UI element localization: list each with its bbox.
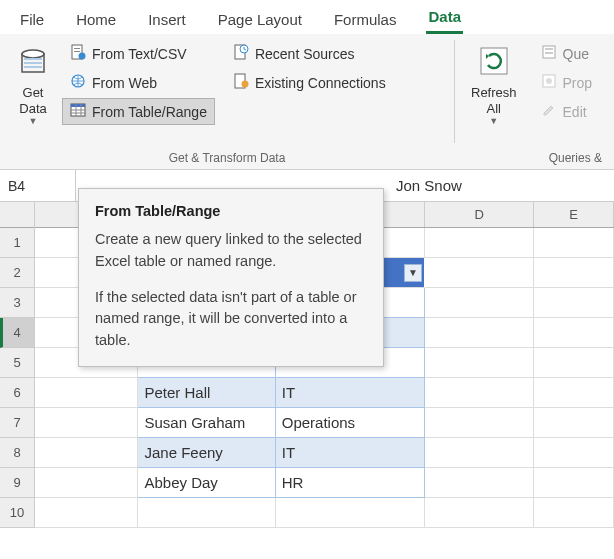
- tab-insert[interactable]: Insert: [146, 7, 188, 34]
- from-text-label: From Text/CSV: [92, 46, 187, 62]
- cell[interactable]: [534, 318, 614, 348]
- tooltip-title: From Table/Range: [95, 203, 367, 219]
- refresh-label: Refresh All: [471, 85, 517, 116]
- col-header[interactable]: D: [425, 202, 534, 227]
- cell[interactable]: [425, 438, 534, 468]
- row-header[interactable]: 4: [0, 318, 34, 348]
- cell[interactable]: [425, 408, 534, 438]
- select-all-corner[interactable]: [0, 202, 34, 228]
- cell[interactable]: [534, 408, 614, 438]
- table-cell[interactable]: Abbey Day: [138, 468, 275, 498]
- tab-data[interactable]: Data: [426, 4, 463, 34]
- cell[interactable]: [534, 228, 614, 258]
- cell[interactable]: [425, 468, 534, 498]
- database-icon: [16, 44, 50, 81]
- row-header[interactable]: 7: [0, 408, 34, 438]
- svg-rect-3: [24, 62, 42, 64]
- tooltip-text: If the selected data isn't part of a tab…: [95, 287, 367, 352]
- from-web-button[interactable]: From Web: [62, 69, 215, 96]
- refresh-icon: [477, 44, 511, 81]
- tooltip-text: Create a new query linked to the selecte…: [95, 229, 367, 273]
- refresh-all-button[interactable]: Refresh All ▼: [463, 40, 525, 149]
- cell[interactable]: [425, 288, 534, 318]
- chevron-down-icon: ▼: [29, 116, 38, 126]
- from-table-range-button[interactable]: From Table/Range: [62, 98, 215, 125]
- get-data-button[interactable]: Get Data ▼: [8, 40, 58, 149]
- col-header[interactable]: E: [534, 202, 614, 227]
- row-header[interactable]: 2: [0, 258, 34, 288]
- cell[interactable]: [425, 318, 534, 348]
- row-header[interactable]: 10: [0, 498, 34, 528]
- cell[interactable]: [534, 468, 614, 498]
- cell[interactable]: [425, 228, 534, 258]
- table-cell[interactable]: Jane Feeny: [138, 438, 275, 468]
- svg-rect-20: [481, 48, 507, 74]
- table-cell[interactable]: IT: [276, 438, 425, 468]
- existing-label: Existing Connections: [255, 75, 386, 91]
- properties-button[interactable]: Prop: [533, 69, 601, 96]
- table-cell[interactable]: Susan Graham: [138, 408, 275, 438]
- queries-label: Que: [563, 46, 589, 62]
- cell[interactable]: [425, 258, 534, 288]
- tooltip: From Table/Range Create a new query link…: [78, 188, 384, 367]
- svg-rect-7: [74, 51, 80, 52]
- existing-connections-button[interactable]: Existing Connections: [225, 69, 394, 96]
- globe-icon: [70, 73, 86, 92]
- queries-icon: [541, 44, 557, 63]
- row-header[interactable]: 1: [0, 228, 34, 258]
- cell[interactable]: [35, 498, 138, 528]
- tab-file[interactable]: File: [18, 7, 46, 34]
- table-cell[interactable]: Operations: [276, 408, 425, 438]
- svg-rect-2: [24, 58, 42, 60]
- row-header[interactable]: 6: [0, 378, 34, 408]
- ribbon: Get Data ▼ From Text/CSV From Web From T…: [0, 34, 614, 170]
- table-cell[interactable]: IT: [276, 378, 425, 408]
- recent-sources-button[interactable]: Recent Sources: [225, 40, 394, 67]
- from-text-csv-button[interactable]: From Text/CSV: [62, 40, 215, 67]
- tab-page-layout[interactable]: Page Layout: [216, 7, 304, 34]
- row-header[interactable]: 5: [0, 348, 34, 378]
- cell[interactable]: [534, 258, 614, 288]
- name-box[interactable]: B4: [0, 170, 76, 201]
- chevron-down-icon: ▼: [489, 116, 498, 126]
- cell[interactable]: [534, 288, 614, 318]
- cell[interactable]: [276, 498, 425, 528]
- cell[interactable]: [534, 348, 614, 378]
- cell[interactable]: [425, 498, 534, 528]
- tab-formulas[interactable]: Formulas: [332, 7, 399, 34]
- recent-icon: [233, 44, 249, 63]
- svg-point-19: [241, 81, 248, 88]
- table-cell[interactable]: Peter Hall: [138, 378, 275, 408]
- svg-point-25: [546, 78, 552, 84]
- table-cell[interactable]: HR: [276, 468, 425, 498]
- connection-icon: [233, 73, 249, 92]
- cell[interactable]: [425, 378, 534, 408]
- row-header[interactable]: 9: [0, 468, 34, 498]
- cell[interactable]: [35, 468, 138, 498]
- row-header[interactable]: 3: [0, 288, 34, 318]
- cell[interactable]: [35, 378, 138, 408]
- tab-home[interactable]: Home: [74, 7, 118, 34]
- edit-links-button[interactable]: Edit: [533, 98, 601, 125]
- svg-rect-23: [545, 52, 553, 54]
- filter-dropdown-icon[interactable]: ▼: [404, 264, 422, 282]
- cell[interactable]: [35, 408, 138, 438]
- cell[interactable]: [534, 438, 614, 468]
- row-headers: 1 2 3 4 5 6 7 8 9 10: [0, 202, 35, 528]
- cell[interactable]: [425, 348, 534, 378]
- formula-value: Jon Snow: [396, 177, 462, 194]
- edit-label: Edit: [563, 104, 587, 120]
- document-icon: [70, 44, 86, 63]
- table-icon: [70, 102, 86, 121]
- properties-label: Prop: [563, 75, 593, 91]
- svg-rect-22: [545, 48, 553, 50]
- svg-rect-4: [24, 66, 42, 68]
- cell[interactable]: [534, 498, 614, 528]
- queries-button[interactable]: Que: [533, 40, 601, 67]
- cell[interactable]: [138, 498, 275, 528]
- cell[interactable]: [35, 438, 138, 468]
- edit-icon: [541, 102, 557, 121]
- cell[interactable]: [534, 378, 614, 408]
- row-header[interactable]: 8: [0, 438, 34, 468]
- svg-rect-6: [74, 48, 80, 49]
